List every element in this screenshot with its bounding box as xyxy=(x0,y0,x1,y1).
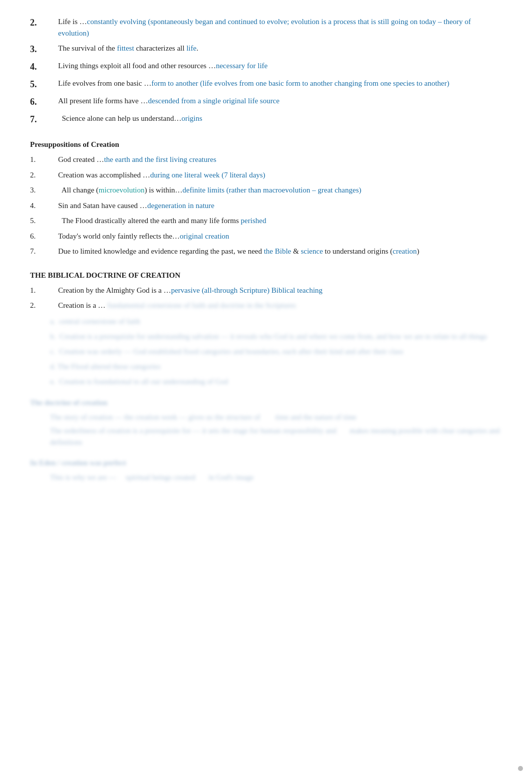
item-number: 4. xyxy=(30,200,58,212)
item-number: 7. xyxy=(30,246,58,257)
item-number: 2. xyxy=(30,300,58,311)
blurred-sub-1: The story of creation — the creation wee… xyxy=(50,412,502,423)
list-item: 2. Creation was accomplished …during one… xyxy=(30,169,502,181)
presuppositions-title: Presuppositions of Creation xyxy=(30,140,502,149)
item-text: Due to limited knowledge and evidence re… xyxy=(58,246,502,257)
item-number: 2. xyxy=(30,16,58,39)
blurred-line-3: c. Creation was orderly — God establishe… xyxy=(50,345,502,357)
highlight-science: science xyxy=(301,247,323,255)
blurred-section2-title: The doctrine of creation xyxy=(30,397,502,409)
highlight-text: necessary for life xyxy=(216,62,268,70)
list-item: 4. Sin and Satan have caused …degenerati… xyxy=(30,200,502,212)
item-number: 3. xyxy=(30,184,58,196)
highlight-fittest: fittest xyxy=(117,44,134,52)
blurred-subsection-3: This is why we are — spiritual beings cr… xyxy=(50,472,502,483)
highlight-creation: creation xyxy=(393,247,417,255)
list-item: 3. The survival of the fittest character… xyxy=(30,43,502,56)
blurred-sub-3: This is why we are — spiritual beings cr… xyxy=(50,472,502,483)
highlight-text: descended from a single original life so… xyxy=(148,97,280,105)
blurred-subsection-2: The story of creation — the creation wee… xyxy=(50,412,502,448)
blurred-section-2: The doctrine of creation The story of cr… xyxy=(30,397,502,448)
list-item: 3. All change (microevolution) is within… xyxy=(30,184,502,196)
evolution-section: 2. Life is …constantly evolving (spontan… xyxy=(30,16,502,126)
blurred-section-3: In Eden / creation was perfect This is w… xyxy=(30,457,502,483)
item-number: 5. xyxy=(30,78,58,91)
item-text: Science alone can help us understand…ori… xyxy=(58,113,502,126)
list-item: 6. Today's world only faintly reflects t… xyxy=(30,231,502,242)
evolution-list: 2. Life is …constantly evolving (spontan… xyxy=(30,16,502,126)
presuppositions-section: Presuppositions of Creation 1. God creat… xyxy=(30,140,502,257)
item-text: The survival of the fittest characterize… xyxy=(58,43,502,56)
highlight-perished: perished xyxy=(241,217,267,225)
item-text: God created …the earth and the first liv… xyxy=(58,154,502,165)
item-number: 1. xyxy=(30,154,58,165)
item-number: 4. xyxy=(30,60,58,74)
blurred-line-2: b. Creation is a prerequisite for unders… xyxy=(50,330,502,342)
item-text: Life evolves from one basic …form to ano… xyxy=(58,78,502,91)
item-number: 3. xyxy=(30,43,58,56)
blurred-line-4: d. The Flood altered these categories xyxy=(50,360,502,372)
list-item: 7. Science alone can help us understand…… xyxy=(30,113,502,126)
item-text: All present life forms have …descended f… xyxy=(58,95,502,109)
highlight-text: the earth and the first living creatures xyxy=(104,155,216,163)
blurred-section3-title: In Eden / creation was perfect xyxy=(30,457,502,469)
item-text: Creation by the Almighty God is a …perva… xyxy=(58,285,502,296)
item-number: 2. xyxy=(30,169,58,181)
blurred-subsection-1: a. central cornerstone of faith b. Creat… xyxy=(50,315,502,387)
list-item: 1. Creation by the Almighty God is a …pe… xyxy=(30,285,502,296)
item-number: 7. xyxy=(30,113,58,126)
list-item: 2. Life is …constantly evolving (spontan… xyxy=(30,16,502,39)
presuppositions-list: 1. God created …the earth and the first … xyxy=(30,154,502,257)
item-text: Today's world only faintly reflects the…… xyxy=(58,231,502,242)
list-item: 2. Creation is a … fundamental cornersto… xyxy=(30,300,502,311)
item-text: Life is …constantly evolving (spontaneou… xyxy=(58,16,502,39)
item-text: All change (microevolution) is within…de… xyxy=(58,184,502,196)
item-number: 6. xyxy=(30,95,58,109)
biblical-title: THE BIBLICAL DOCTRINE OF CREATION xyxy=(30,271,502,280)
list-item: 1. God created …the earth and the first … xyxy=(30,154,502,165)
item-text: Sin and Satan have caused …degeneration … xyxy=(58,200,502,212)
highlight-life: life xyxy=(186,44,196,52)
highlight-text: definite limits (rather than macroevolut… xyxy=(182,186,361,194)
highlight-text: constantly evolving (spontaneously began… xyxy=(58,18,471,37)
item-number: 1. xyxy=(30,285,58,296)
item-text: Creation is a … fundamental cornerstone … xyxy=(58,300,502,311)
biblical-list: 1. Creation by the Almighty God is a …pe… xyxy=(30,285,502,311)
highlight-text: form to another (life evolves from one b… xyxy=(151,79,449,87)
item-text: Living things exploit all food and other… xyxy=(58,60,502,74)
highlight-text: degeneration in nature xyxy=(147,202,214,210)
biblical-section: THE BIBLICAL DOCTRINE OF CREATION 1. Cre… xyxy=(30,271,502,483)
item-number: 6. xyxy=(30,231,58,242)
highlight-bible: the Bible xyxy=(264,247,292,255)
blurred-sub-2: The orderliness of creation is a prerequ… xyxy=(50,425,502,448)
highlight-text: pervasive (all-through Scripture) Biblic… xyxy=(171,286,322,294)
blurred-line-5: e. Creation is foundational to all our u… xyxy=(50,375,502,387)
item-text: The Flood drastically altered the earth … xyxy=(58,215,502,227)
list-item: 4. Living things exploit all food and ot… xyxy=(30,60,502,74)
list-item: 5. The Flood drastically altered the ear… xyxy=(30,215,502,227)
highlight-text: during one literal week (7 literal days) xyxy=(150,171,265,179)
blurred-text-1: fundamental cornerstone of faith and doc… xyxy=(107,301,296,309)
item-number: 5. xyxy=(30,215,58,227)
list-item: 5. Life evolves from one basic …form to … xyxy=(30,78,502,91)
highlight-microevolution: microevolution xyxy=(99,186,145,194)
blurred-line-1: a. central cornerstone of faith xyxy=(50,315,502,327)
highlight-text: original creation xyxy=(180,232,229,240)
list-item: 7. Due to limited knowledge and evidence… xyxy=(30,246,502,257)
highlight-origins: origins xyxy=(181,114,202,122)
list-item: 6. All present life forms have …descende… xyxy=(30,95,502,109)
item-text: Creation was accomplished …during one li… xyxy=(58,169,502,181)
